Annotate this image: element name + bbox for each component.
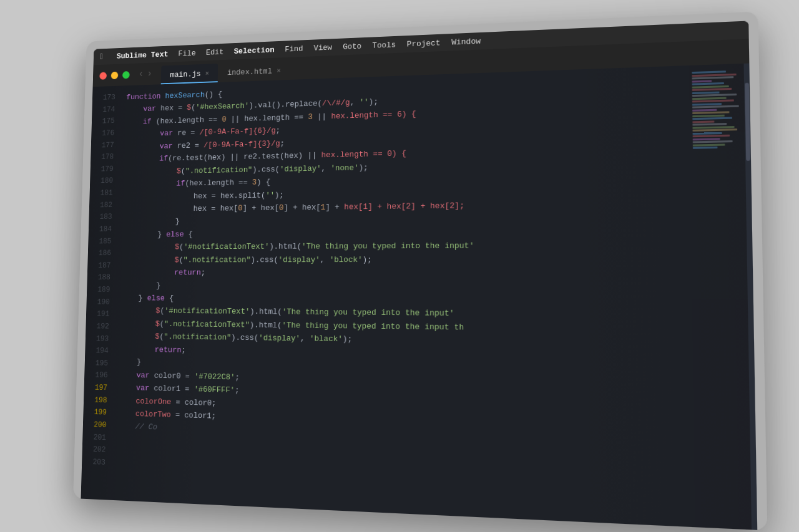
line-num-201: 201 <box>87 431 106 444</box>
minimap <box>689 63 752 530</box>
minimize-button[interactable] <box>111 71 119 79</box>
line-num-202: 202 <box>87 443 106 456</box>
line-num-181: 181 <box>94 187 112 200</box>
line-num-180: 180 <box>94 175 113 187</box>
menu-tools[interactable]: Tools <box>372 40 396 50</box>
minimap-line <box>692 128 737 132</box>
tab-main-js[interactable]: main.js ✕ <box>161 63 218 84</box>
line-num-179: 179 <box>94 163 113 175</box>
line-num-189: 189 <box>91 284 110 296</box>
line-num-198: 198 <box>88 394 107 407</box>
menu-view[interactable]: View <box>313 42 332 52</box>
minimap-line <box>693 137 720 140</box>
line-num-188: 188 <box>92 271 111 284</box>
line-num-195: 195 <box>89 357 109 369</box>
line-num-184: 184 <box>93 223 112 236</box>
minimap-line <box>693 143 725 145</box>
line-num-203: 203 <box>86 455 105 468</box>
close-button[interactable] <box>99 71 107 79</box>
nav-arrows: ‹ › <box>139 68 153 79</box>
minimap-line <box>692 70 726 74</box>
line-num-178: 178 <box>95 151 114 163</box>
tab-main-js-label: main.js <box>170 69 200 79</box>
line-num-197: 197 <box>88 381 107 394</box>
minimap-line <box>692 120 715 122</box>
screen-bezel:  Sublime Text File Edit Selection Find … <box>81 21 758 530</box>
minimap-lines <box>689 63 745 156</box>
line-num-183: 183 <box>93 211 112 223</box>
tab-index-html-label: index.html <box>227 66 272 77</box>
minimap-line <box>692 111 729 114</box>
line-num-174: 174 <box>96 104 115 116</box>
menu-goto[interactable]: Goto <box>343 41 361 51</box>
line-num-175: 175 <box>96 115 115 128</box>
minimap-line <box>692 91 719 94</box>
line-num-185: 185 <box>92 235 112 248</box>
tab-main-js-close[interactable]: ✕ <box>205 70 209 77</box>
menu-selection[interactable]: Selection <box>234 45 275 56</box>
line-num-182: 182 <box>94 199 112 211</box>
minimap-line <box>692 109 717 111</box>
line-num-191: 191 <box>91 308 110 321</box>
menu-edit[interactable]: Edit <box>206 47 224 56</box>
line-num-173: 173 <box>97 92 115 104</box>
forward-arrow-icon[interactable]: › <box>147 68 152 79</box>
back-arrow-icon[interactable]: ‹ <box>139 69 144 79</box>
minimap-line <box>693 132 722 134</box>
minimap-line <box>692 102 722 105</box>
minimap-line <box>692 99 734 102</box>
line-num-199: 199 <box>87 406 107 419</box>
minimap-line <box>693 146 718 148</box>
minimap-line <box>692 114 724 117</box>
maximize-button[interactable] <box>122 70 130 78</box>
code-line-190: return; <box>122 266 692 281</box>
minimap-line <box>692 82 724 85</box>
scrollbar-thumb[interactable] <box>745 82 750 160</box>
minimap-line <box>692 97 727 100</box>
menu-sublime-text[interactable]: Sublime Text <box>117 49 169 60</box>
menu-find[interactable]: Find <box>285 44 303 53</box>
line-num-192: 192 <box>90 320 109 332</box>
minimap-line <box>692 85 729 88</box>
minimap-line <box>692 105 739 108</box>
minimap-line <box>692 123 727 126</box>
tab-index-html[interactable]: index.html ✕ <box>218 60 290 82</box>
minimap-line <box>693 140 732 143</box>
line-num-187: 187 <box>92 259 111 271</box>
line-num-176: 176 <box>96 127 114 140</box>
minimap-line <box>692 87 732 90</box>
minimap-line <box>693 134 730 137</box>
tab-index-html-close[interactable]: ✕ <box>277 67 280 74</box>
minimap-line <box>692 125 734 128</box>
menu-window[interactable]: Window <box>451 36 481 47</box>
line-num-194: 194 <box>89 344 109 357</box>
code-content[interactable]: function hexSearch() { var hex = $('#hex… <box>109 65 695 527</box>
line-num-193: 193 <box>90 332 109 345</box>
menu-project[interactable]: Project <box>407 38 441 49</box>
minimap-line <box>692 79 711 82</box>
minimap-line <box>692 117 732 120</box>
traffic-lights <box>99 70 129 79</box>
apple-logo-icon:  <box>100 52 105 61</box>
code-line-188: $('#notificationText').html('The thing y… <box>122 238 692 254</box>
editor-area: 173 174 175 176 177 178 179 180 181 182 … <box>81 63 758 530</box>
line-num-196: 196 <box>89 369 108 382</box>
line-num-186: 186 <box>92 247 112 259</box>
line-num-200: 200 <box>87 418 107 432</box>
laptop-frame:  Sublime Text File Edit Selection Find … <box>73 11 767 530</box>
line-num-177: 177 <box>96 139 114 152</box>
code-line-189: $(".notification").css('display', 'block… <box>122 252 692 266</box>
menu-file[interactable]: File <box>178 48 195 57</box>
line-num-190: 190 <box>91 296 110 308</box>
